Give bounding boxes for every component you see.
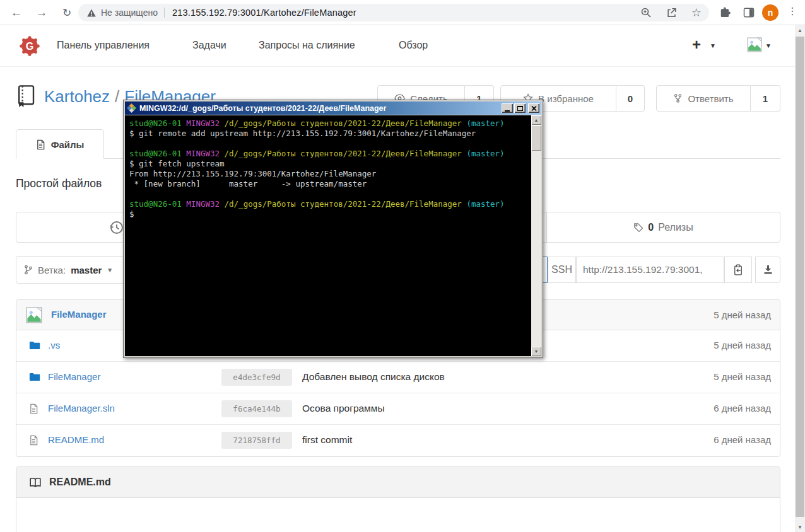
terminal-text-segment: /d/_gogs/Работы студентов/2021-22/Деев/F… — [225, 199, 462, 209]
terminal-close-button[interactable] — [528, 103, 539, 113]
scroll-up-icon[interactable]: ▲ — [531, 115, 541, 125]
scroll-up-icon[interactable]: ▲ — [795, 25, 805, 35]
terminal-text-segment: $ git fetch upstream — [129, 159, 225, 168]
terminal-scrollbar[interactable]: ▲ ▼ — [531, 115, 541, 356]
committer-name[interactable]: FileManager — [51, 309, 107, 320]
fork-button[interactable]: Ответвить — [656, 85, 751, 112]
terminal-text-segment: (master) — [466, 199, 504, 209]
browser-toolbar: ← → ↻ Не защищено 213.155.192.79:3001/Ka… — [0, 0, 805, 25]
file-text-icon — [36, 139, 45, 150]
terminal-line: stud@N26-01 MINGW32 /d/_gogs/Работы студ… — [129, 119, 531, 129]
commit-message-link[interactable]: Осова программы — [302, 403, 385, 414]
scroll-down-icon[interactable]: ▼ — [531, 347, 541, 356]
page-scrollbar[interactable]: ▲ ▼ — [795, 25, 805, 532]
browser-profile-avatar[interactable]: n — [762, 4, 779, 21]
terminal-titlebar[interactable]: MINGW32:/d/_gogs/Работы студентов/2021-2… — [125, 101, 541, 115]
nav-explore[interactable]: Обзор — [399, 40, 428, 51]
bookmark-star-icon[interactable]: ☆ — [691, 6, 702, 20]
folder-icon — [29, 372, 40, 382]
terminal-output[interactable]: stud@N26-01 MINGW32 /d/_gogs/Работы студ… — [125, 115, 531, 356]
terminal-maximize-button[interactable] — [514, 103, 526, 113]
screen: ← → ↻ Не защищено 213.155.192.79:3001/Ka… — [0, 0, 805, 532]
zoom-icon[interactable] — [640, 7, 652, 18]
terminal-text-segment — [220, 119, 225, 128]
commit-hash-badge[interactable]: f6ca4e144b — [221, 400, 292, 417]
terminal-title: MINGW32:/d/_gogs/Работы студентов/2021-2… — [139, 104, 386, 113]
terminal-text-segment: * [new branch] master -> upstream/master — [129, 179, 367, 188]
commit-message-link[interactable]: Добавлен вывод списка дисков — [302, 371, 445, 383]
chevron-down-icon: ▼ — [107, 267, 113, 274]
commit-hash-badge[interactable]: e4de3cfe9d — [221, 369, 292, 386]
download-button[interactable] — [755, 257, 780, 283]
terminal-text-segment: $ — [129, 209, 134, 219]
star-count[interactable]: 0 — [616, 85, 645, 112]
create-new-button[interactable]: + — [692, 36, 701, 54]
commit-date: 5 дней назад — [714, 340, 771, 350]
repo-owner-link[interactable]: Kartohez — [44, 87, 110, 106]
releases-item[interactable]: 0 Релизы — [546, 212, 780, 242]
terminal-line — [129, 189, 531, 199]
tab-files[interactable]: Файлы — [16, 129, 104, 159]
nav-pull-requests[interactable]: Запросы на слияние — [259, 40, 355, 51]
folder-icon — [29, 340, 40, 350]
copy-button[interactable] — [724, 257, 752, 283]
user-avatar-broken-image-icon[interactable] — [747, 37, 762, 52]
tab-files-label: Файлы — [51, 139, 85, 150]
nav-issues[interactable]: Задачи — [192, 40, 226, 51]
chevron-down-icon[interactable]: ▼ — [710, 42, 716, 49]
readme-panel: README.md — [16, 466, 780, 532]
terminal-text-segment — [220, 149, 225, 158]
address-bar[interactable]: Не защищено 213.155.192.79:3001/Kartohez… — [78, 4, 709, 21]
browser-menu-icon[interactable]: ⋮ — [787, 5, 797, 17]
browser-back-button[interactable]: ← — [8, 4, 25, 21]
file-link[interactable]: .vs — [48, 340, 60, 350]
terminal-scrollbar-thumb[interactable] — [531, 125, 541, 151]
terminal-text-segment: From http://213.155.192.79:3001/Kartohez… — [129, 169, 376, 178]
readme-header: README.md — [16, 467, 780, 498]
commit-hash-badge[interactable]: 7218758ffd — [221, 432, 292, 449]
terminal-window: MINGW32:/d/_gogs/Работы студентов/2021-2… — [123, 100, 543, 358]
commit-date: 5 дней назад — [714, 371, 771, 382]
svg-text:G: G — [26, 40, 34, 52]
side-panel-icon[interactable] — [743, 6, 755, 19]
file-link[interactable]: FileManager — [48, 371, 100, 382]
terminal-text-segment: MINGW32 — [186, 119, 220, 128]
commit-message-link[interactable]: first commit — [302, 434, 352, 446]
clipboard-copy-icon — [732, 264, 744, 276]
gogs-logo[interactable]: G — [19, 35, 40, 57]
chevron-down-icon[interactable]: ▼ — [765, 42, 772, 49]
branch-name: master — [71, 265, 102, 275]
browser-forward-button[interactable]: → — [33, 4, 50, 21]
git-msys-icon — [127, 103, 136, 113]
scroll-down-icon[interactable]: ▼ — [795, 522, 805, 532]
branch-selector[interactable]: Ветка: master ▼ — [16, 256, 132, 284]
security-warning-icon[interactable] — [87, 9, 96, 17]
terminal-text-segment: /d/_gogs/Работы студентов/2021-22/Деев/F… — [225, 149, 462, 158]
table-row: README.md 7218758ffd first commit 6 дней… — [16, 425, 780, 456]
file-link[interactable]: FileManager.sln — [48, 403, 115, 413]
terminal-minimize-button[interactable] — [502, 103, 513, 113]
nav-dashboard[interactable]: Панель управления — [57, 40, 150, 51]
branch-icon — [24, 265, 33, 275]
extensions-puzzle-icon[interactable] — [719, 6, 731, 19]
open-book-icon — [29, 477, 42, 488]
terminal-text-segment: $ git remote add upstream http://213.155… — [129, 129, 476, 138]
terminal-line: $ git fetch upstream — [129, 159, 531, 169]
releases-label: Релизы — [658, 222, 693, 233]
terminal-text-segment: MINGW32 — [186, 199, 220, 209]
ssh-button[interactable]: SSH — [548, 257, 576, 283]
share-icon[interactable] — [666, 7, 678, 18]
fork-control: Ответвить 1 — [656, 85, 780, 112]
terminal-text-segment: MINGW32 — [186, 149, 220, 158]
fork-count[interactable]: 1 — [751, 85, 780, 112]
table-row: FileManager.sln f6ca4e144b Осова програм… — [16, 393, 780, 425]
terminal-line: stud@N26-01 MINGW32 /d/_gogs/Работы студ… — [129, 199, 531, 209]
terminal-line: stud@N26-01 MINGW32 /d/_gogs/Работы студ… — [129, 149, 531, 159]
page-scrollbar-thumb[interactable] — [796, 37, 804, 517]
terminal-line: $ git remote add upstream http://213.155… — [129, 129, 531, 139]
clone-url-input[interactable] — [576, 257, 724, 283]
committer-avatar-broken-image-icon — [26, 307, 42, 323]
repo-description: Простой файлов — [16, 177, 102, 190]
browser-reload-button[interactable]: ↻ — [58, 4, 76, 21]
file-link[interactable]: README.md — [48, 434, 104, 445]
